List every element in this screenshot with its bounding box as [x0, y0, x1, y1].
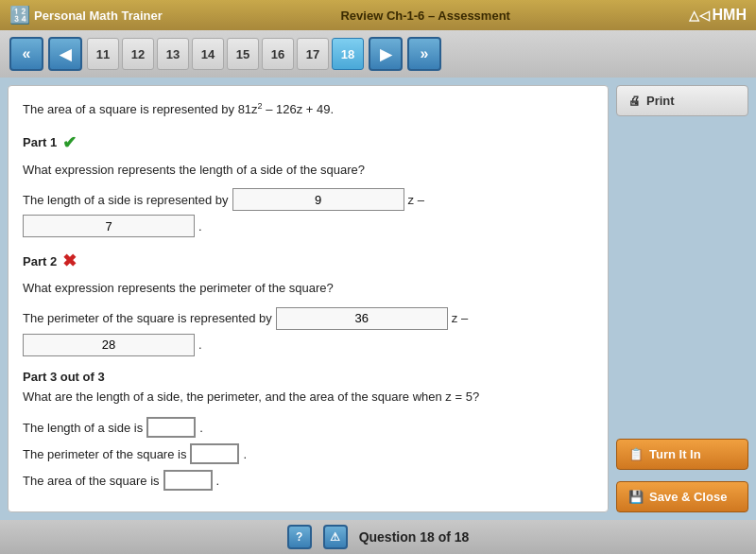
help-button[interactable]: ?: [287, 525, 312, 549]
right-panel: 🖨 Print 📋 Turn It In 💾 Save & Close: [616, 85, 748, 512]
hmh-label: HMH: [713, 7, 747, 24]
spacer: [616, 124, 748, 431]
part2-answer-suffix: .: [198, 338, 202, 352]
main-question-text: The area of a square is represented by 8…: [23, 100, 593, 119]
forward-button[interactable]: ▶: [369, 37, 403, 71]
tab-18[interactable]: 18: [332, 38, 364, 70]
tab-15[interactable]: 15: [227, 38, 259, 70]
hmh-logo: △◁ HMH: [689, 7, 747, 24]
part2-answer-field1[interactable]: [276, 307, 448, 330]
part3-section: Part 3 out of 3 What are the length of a…: [23, 370, 593, 492]
main-area: The area of a square is represented by 8…: [0, 78, 756, 520]
rewind-button[interactable]: «: [9, 37, 43, 71]
tab-14[interactable]: 14: [192, 38, 224, 70]
part3-line3: The area of the square is .: [23, 470, 593, 491]
part2-label: Part 2: [23, 254, 57, 268]
part1-answer-suffix: .: [198, 219, 202, 234]
review-title: Review Ch-1-6 – Assessment: [172, 9, 679, 23]
part3-question: What are the length of a side, the perim…: [23, 388, 593, 407]
hmh-shapes-icon: △◁: [689, 8, 710, 23]
part2-answer-field2[interactable]: [23, 334, 195, 356]
turn-in-button[interactable]: 📋 Turn It In: [616, 439, 748, 470]
app-logo: 🔢 Personal Math Trainer: [9, 5, 163, 26]
save-icon: 💾: [628, 490, 644, 504]
app-name: Personal Math Trainer: [34, 9, 163, 23]
part1-answer-field1[interactable]: [232, 188, 404, 211]
fast-forward-button[interactable]: »: [407, 37, 441, 71]
logo-icon: 🔢: [9, 5, 30, 26]
part3-line2-suffix: .: [243, 447, 247, 461]
part1-answer-prefix: The length of a side is represented by: [23, 193, 229, 207]
part3-line1-input[interactable]: [146, 417, 196, 438]
tab-numbers: 11 12 13 14 15 16 17 18: [87, 38, 364, 70]
top-bar: 🔢 Personal Math Trainer Review Ch-1-6 – …: [0, 0, 756, 30]
part3-line1-suffix: .: [199, 421, 203, 435]
part2-cross-icon: ✖: [62, 251, 77, 271]
part3-line2: The perimeter of the square is .: [23, 443, 593, 464]
part2-question: What expression represents the perimeter…: [23, 279, 593, 298]
part1-answer-field2[interactable]: [23, 215, 195, 237]
part2-header: Part 2 ✖: [23, 251, 593, 271]
part3-line1: The length of a side is .: [23, 417, 593, 438]
turn-in-icon: 📋: [628, 447, 644, 461]
part2-answer-prefix: The perimeter of the square is represent…: [23, 311, 272, 325]
part2-answer-line: The perimeter of the square is represent…: [23, 307, 593, 356]
question-status: Question 18 of 18: [359, 529, 470, 545]
part3-line1-prefix: The length of a side is: [23, 421, 143, 435]
turn-in-label: Turn It In: [649, 447, 701, 461]
part3-line2-prefix: The perimeter of the square is: [23, 447, 186, 461]
back-button[interactable]: ◀: [48, 37, 82, 71]
tab-12[interactable]: 12: [122, 38, 154, 70]
tab-16[interactable]: 16: [262, 38, 294, 70]
print-label: Print: [646, 94, 675, 108]
part1-answer-line: The length of a side is represented by z…: [23, 188, 593, 237]
part3-line2-input[interactable]: [190, 443, 239, 464]
part3-line3-input[interactable]: [163, 470, 213, 491]
print-icon: 🖨: [628, 94, 641, 108]
save-close-label: Save & Close: [649, 490, 727, 504]
part3-label: Part 3 out of 3: [23, 370, 593, 384]
save-close-button[interactable]: 💾 Save & Close: [616, 481, 748, 512]
tab-13[interactable]: 13: [157, 38, 189, 70]
part1-label: Part 1: [23, 135, 57, 149]
part1-header: Part 1 ✔: [23, 132, 593, 153]
bottom-bar: ? ⚠ Question 18 of 18: [0, 520, 756, 554]
tab-11[interactable]: 11: [87, 38, 119, 70]
nav-bar: « ◀ 11 12 13 14 15 16 17 18 ▶ »: [0, 30, 756, 78]
part1-check-icon: ✔: [62, 132, 77, 153]
tab-17[interactable]: 17: [297, 38, 329, 70]
part3-line3-suffix: .: [216, 474, 220, 488]
part3-line3-prefix: The area of the square is: [23, 474, 160, 488]
question-panel: The area of a square is represented by 8…: [8, 85, 609, 512]
part1-answer-middle: z –: [408, 193, 424, 207]
alert-button[interactable]: ⚠: [323, 525, 348, 549]
part2-answer-middle: z –: [452, 311, 468, 325]
part1-question: What expression represents the length of…: [23, 161, 593, 180]
print-button[interactable]: 🖨 Print: [616, 85, 748, 116]
